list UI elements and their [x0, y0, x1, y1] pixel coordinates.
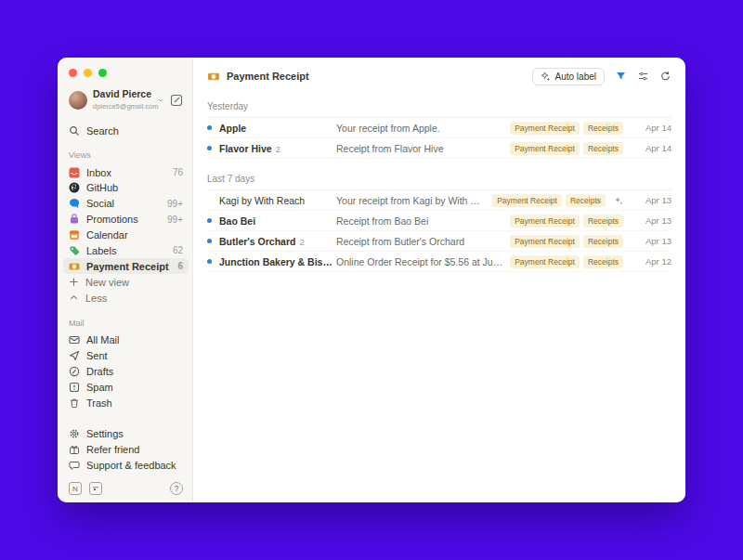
avatar: [69, 91, 87, 110]
email-row-apple[interactable]: Apple Your receipt from Apple. Payment R…: [207, 118, 671, 138]
sidebar-item-sent[interactable]: Sent: [69, 348, 183, 364]
sender-name: Butler's Orchard: [219, 236, 295, 247]
sender-name: Flavor Hive: [219, 143, 272, 154]
inbox-icon: [69, 167, 80, 178]
sidebar-item-settings[interactable]: Settings: [69, 425, 183, 441]
auto-labeled-icon: [614, 196, 623, 205]
tag-receipts[interactable]: Receipts: [566, 194, 606, 207]
sidebar-item-label: GitHub: [86, 182, 118, 193]
toolbar: Auto label: [532, 68, 671, 85]
label-tags: Payment Receipt Receipts: [510, 215, 623, 228]
email-date: Apr 13: [631, 195, 671, 205]
sidebar-item-all-mail[interactable]: All Mail: [69, 332, 183, 348]
unread-dot: [207, 218, 212, 223]
display-options-icon[interactable]: [637, 71, 649, 82]
less-button[interactable]: Less: [69, 290, 183, 306]
social-icon: [69, 198, 80, 209]
sidebar-item-github[interactable]: GitHub: [69, 180, 183, 196]
account-switcher[interactable]: David Pierce dpierce5@gmail.com: [69, 89, 183, 111]
tag-payment-receipt[interactable]: Payment Receipt: [510, 235, 580, 248]
tag-payment-receipt[interactable]: Payment Receipt: [510, 255, 580, 268]
tag-payment-receipt[interactable]: Payment Receipt: [510, 122, 580, 135]
tag-receipts[interactable]: Receipts: [583, 215, 623, 228]
sidebar-item-label: Social: [86, 198, 114, 209]
search-label: Search: [86, 125, 119, 137]
label-tags: Payment Receipt Receipts: [510, 255, 623, 268]
chevron-down-icon: [157, 97, 164, 104]
mail-app-window: David Pierce dpierce5@gmail.com Search V…: [58, 58, 685, 502]
payment-receipt-count: 6: [177, 261, 183, 271]
date-group-label: Yesterday: [207, 101, 671, 118]
mini-calendar-icon[interactable]: [89, 482, 102, 495]
label-tags: Payment Receipt Receipts: [510, 142, 623, 155]
sidebar-item-refer-friend[interactable]: Refer friend: [69, 441, 183, 457]
sidebar-item-label: Spam: [86, 382, 113, 393]
new-view-button[interactable]: New view: [69, 274, 183, 290]
tag-payment-receipt[interactable]: Payment Receipt: [510, 142, 580, 155]
email-snippet: Your receipt from Apple.: [336, 123, 502, 134]
email-snippet: Receipt from Butler's Orchard: [336, 236, 502, 247]
close-window-button[interactable]: [69, 69, 77, 77]
profile-email: dpierce5@gmail.com: [93, 102, 159, 111]
views-section-label: Views: [69, 150, 183, 160]
calendar-icon: [69, 229, 80, 241]
page-title: Payment Receipt: [227, 71, 309, 82]
zoom-window-button[interactable]: [98, 69, 107, 77]
sidebar-item-social[interactable]: Social 99+: [69, 196, 183, 212]
sidebar-item-payment-receipt[interactable]: Payment Receipt 6: [63, 258, 189, 274]
github-icon: [69, 182, 80, 193]
payment-receipt-icon: [69, 261, 80, 272]
email-row-bao-bei[interactable]: Bao Bei Receipt from Bao Bei Payment Rec…: [207, 211, 671, 231]
refresh-icon[interactable]: [659, 71, 671, 82]
sender-name: Apple: [219, 123, 246, 134]
email-snippet: Online Order Receipt for $5.56 at Juncti…: [336, 256, 502, 267]
label-tags: Payment Receipt Receipts: [492, 194, 623, 207]
email-snippet: Receipt from Flavor Hive: [336, 143, 502, 154]
sparkle-icon: [541, 72, 551, 82]
sidebar-item-spam[interactable]: Spam: [69, 380, 183, 396]
less-label: Less: [85, 293, 107, 304]
minimize-window-button[interactable]: [84, 69, 92, 77]
sidebar-item-support-feedback[interactable]: Support & feedback: [69, 457, 183, 473]
auto-label-text: Auto label: [555, 72, 596, 82]
email-snippet: Receipt from Bao Bei: [336, 215, 502, 227]
auto-label-button[interactable]: Auto label: [532, 68, 605, 85]
feedback-icon: [69, 460, 80, 471]
sidebar: David Pierce dpierce5@gmail.com Search V…: [58, 58, 193, 502]
labels-count: 62: [173, 245, 183, 255]
filter-icon[interactable]: [615, 71, 627, 82]
tag-payment-receipt[interactable]: Payment Receipt: [492, 194, 562, 207]
promotions-icon: [69, 214, 80, 225]
tag-receipts[interactable]: Receipts: [583, 235, 623, 248]
new-view-label: New view: [85, 277, 129, 288]
email-row-kagi[interactable]: Kagi by With Reach Your receipt from Kag…: [207, 190, 671, 211]
sidebar-item-inbox[interactable]: Inbox 76: [69, 164, 183, 180]
tag-receipts[interactable]: Receipts: [583, 142, 623, 155]
sidebar-item-label: Inbox: [86, 167, 111, 178]
sidebar-item-calendar[interactable]: Calendar: [69, 228, 183, 243]
sidebar-item-label: Payment Receipt: [86, 261, 169, 272]
compose-icon[interactable]: [170, 94, 183, 107]
sidebar-item-labels[interactable]: Labels 62: [69, 242, 183, 258]
email-date: Apr 14: [631, 143, 671, 153]
sidebar-item-promotions[interactable]: Promotions 99+: [69, 212, 183, 228]
tag-receipts[interactable]: Receipts: [583, 255, 623, 268]
email-date: Apr 12: [631, 256, 671, 267]
tag-payment-receipt[interactable]: Payment Receipt: [510, 215, 580, 228]
social-count: 99+: [167, 199, 183, 209]
date-group-label: Last 7 days: [207, 174, 671, 190]
sidebar-item-trash[interactable]: Trash: [69, 395, 183, 410]
sidebar-item-drafts[interactable]: Drafts: [69, 364, 183, 380]
profile-name: David Pierce: [93, 88, 151, 99]
help-icon[interactable]: ?: [170, 482, 183, 495]
search-button[interactable]: Search: [69, 124, 183, 137]
email-row-butlers-orchard[interactable]: Butler's Orchard2 Receipt from Butler's …: [207, 231, 671, 252]
email-snippet: Your receipt from Kagi by With Reach #21…: [336, 195, 485, 206]
email-row-flavor-hive[interactable]: Flavor Hive2 Receipt from Flavor Hive Pa…: [207, 138, 671, 159]
email-date: Apr 13: [631, 215, 671, 226]
email-row-junction-bakery[interactable]: Junction Bakery & Bistro ... Online Orde…: [207, 252, 671, 272]
notion-icon[interactable]: N: [69, 482, 82, 495]
sender-name: Junction Bakery & Bistro ...: [219, 256, 332, 267]
tag-receipts[interactable]: Receipts: [583, 122, 623, 135]
sidebar-item-label: Drafts: [86, 366, 113, 377]
